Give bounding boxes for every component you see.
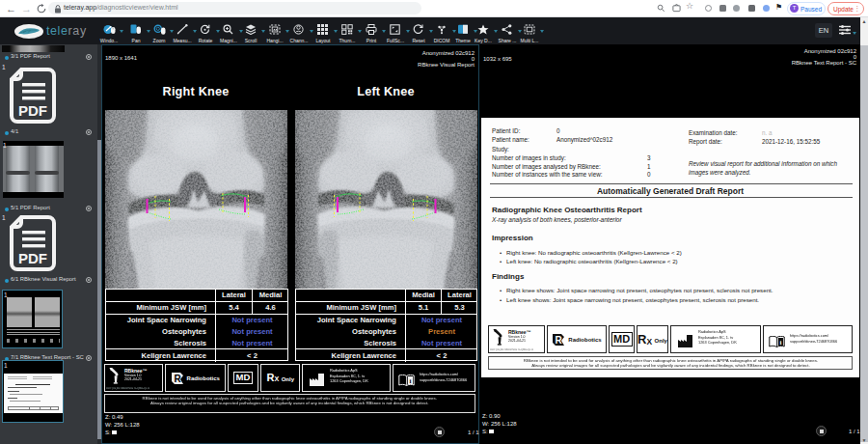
svg-text:i: i <box>779 339 781 347</box>
svg-text:i: i <box>409 377 411 385</box>
svg-text:R: R <box>556 334 563 345</box>
svg-text:PDF: PDF <box>18 250 47 266</box>
svg-text:PDF: PDF <box>18 102 47 119</box>
svg-text:R: R <box>174 373 181 383</box>
